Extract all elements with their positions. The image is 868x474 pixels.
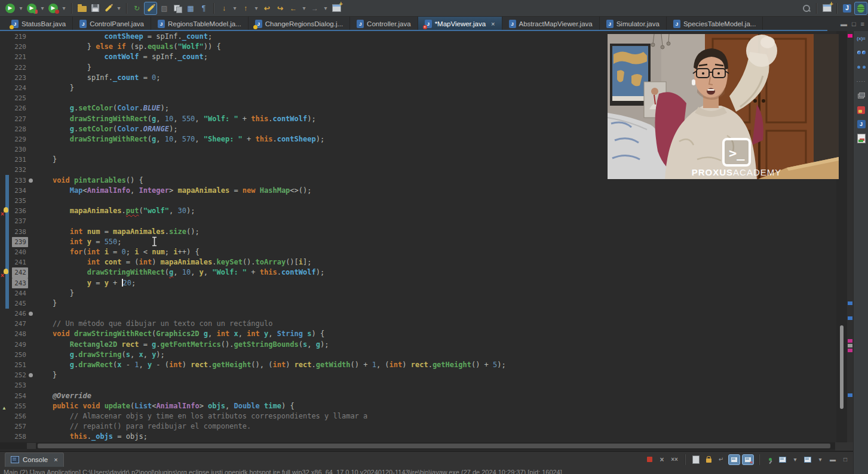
debug-shell-view-icon[interactable] xyxy=(854,103,868,117)
line-number[interactable]: 231 xyxy=(12,155,28,165)
horizontal-scrollbar-thumb[interactable] xyxy=(38,444,830,448)
line-number[interactable]: 249 xyxy=(12,340,28,350)
show-stderr-icon[interactable] xyxy=(742,454,754,465)
code-line[interactable]: 256 // Almacenar objs y time en los atri… xyxy=(0,411,836,421)
line-number[interactable]: 228 xyxy=(12,124,28,134)
code-line[interactable]: 239 int y = 550; xyxy=(0,237,836,247)
ruler-marker[interactable] xyxy=(848,301,852,305)
line-number[interactable]: 242 xyxy=(12,267,28,278)
code-line[interactable]: 257 // repaint() para redibujar el compo… xyxy=(0,421,836,432)
editor-tab[interactable]: J×*MapViewer.java× xyxy=(418,17,502,31)
line-number[interactable]: 226 xyxy=(12,103,28,113)
code-line[interactable]: ×242 drawStringWithRect(g, 10, y, "Wolf:… xyxy=(0,267,836,278)
pin-editor-icon[interactable] xyxy=(330,2,342,14)
refresh-icon[interactable]: ↻ xyxy=(131,2,143,14)
error-quickfix-icon[interactable]: × xyxy=(1,207,10,216)
console-close-icon[interactable]: × xyxy=(54,456,57,463)
mark-occurrences-icon[interactable] xyxy=(144,2,157,15)
code-line[interactable]: 238 int num = mapaAnimales.size(); xyxy=(0,227,836,237)
minimize-console-icon[interactable]: ▬ xyxy=(827,455,838,464)
code-editor[interactable]: 219 contSheep = spInf._count;220 } else … xyxy=(0,31,853,451)
ruler-marker[interactable] xyxy=(848,393,852,397)
code-line[interactable]: 244 } xyxy=(0,288,836,298)
code-line[interactable]: 246 xyxy=(0,309,836,319)
search-icon[interactable] xyxy=(800,2,812,14)
debug-dropdown-icon[interactable]: ▾ xyxy=(60,2,68,14)
line-number[interactable]: 229 xyxy=(12,134,28,144)
debug-perspective-icon[interactable] xyxy=(854,2,867,15)
open-folder-icon[interactable] xyxy=(76,2,88,14)
next-annotation-dropdown-icon[interactable]: ▾ xyxy=(231,2,238,14)
code-line[interactable]: 234 Map<AnimalInfo, Integer> mapaAnimale… xyxy=(0,186,836,196)
line-number[interactable]: 238 xyxy=(12,227,28,237)
breakpoints-view-icon[interactable] xyxy=(854,45,868,60)
line-number[interactable]: 224 xyxy=(12,83,28,93)
ruler-marker[interactable] xyxy=(848,344,852,347)
code-line[interactable]: 253 xyxy=(0,380,836,390)
horizontal-scrollbar[interactable] xyxy=(0,442,835,450)
error-quickfix-icon[interactable]: × xyxy=(1,269,10,277)
remove-launch-icon[interactable]: × xyxy=(657,455,667,464)
line-number[interactable]: 252 xyxy=(12,370,28,380)
line-number[interactable]: 254 xyxy=(12,391,28,401)
format-icon[interactable]: ▨ xyxy=(158,2,170,14)
vertical-scrollbar-thumb[interactable] xyxy=(840,325,844,409)
line-number[interactable]: 239 xyxy=(12,237,28,247)
line-number[interactable]: 240 xyxy=(12,247,28,257)
code-line[interactable]: 248 void drawStringWithRect(Graphics2D g… xyxy=(0,329,836,339)
overview-ruler[interactable] xyxy=(847,31,853,451)
line-number[interactable]: 232 xyxy=(12,165,28,175)
code-line[interactable]: 251 g.drawRect(x - 1, y - (int) rect.get… xyxy=(0,360,836,370)
cascade-windows-icon[interactable] xyxy=(854,88,868,103)
back-icon[interactable]: ← xyxy=(287,2,299,14)
show-whitespace-icon[interactable]: ¶ xyxy=(198,2,210,14)
line-number[interactable]: 230 xyxy=(12,144,28,155)
previous-annotation-icon[interactable]: ↑ xyxy=(240,2,251,14)
display-console-icon[interactable] xyxy=(777,455,788,464)
code-line[interactable]: 245 } xyxy=(0,298,836,309)
editor-tab[interactable]: JStatusBar.java xyxy=(5,17,73,31)
console-tab[interactable]: Console × xyxy=(5,453,64,467)
ruler-marker[interactable] xyxy=(848,349,852,352)
display-console-dropdown-icon[interactable]: ▾ xyxy=(790,455,800,464)
code-line[interactable]: 254 @Override xyxy=(0,391,836,401)
editor-tab[interactable]: JSpeciesTableModel.ja... xyxy=(667,17,763,31)
next-annotation-icon[interactable]: ↓ xyxy=(218,2,230,14)
line-number[interactable]: 237 xyxy=(12,216,28,226)
code-line[interactable]: 249 Rectangle2D rect = g.getFontMetrics(… xyxy=(0,340,836,350)
line-number[interactable]: 243 xyxy=(12,278,28,288)
last-edit-back-icon[interactable]: ↩ xyxy=(261,2,273,14)
remove-all-launches-icon[interactable]: ×× xyxy=(669,455,680,464)
expressions-view-icon[interactable] xyxy=(854,60,868,74)
save-icon[interactable] xyxy=(89,2,101,14)
pin-console-icon[interactable] xyxy=(765,455,775,464)
more-views-icon[interactable]: ···· xyxy=(854,74,868,88)
editor-tab[interactable]: JAbstractMapViewer.java xyxy=(502,17,600,31)
code-line[interactable]: 258 this._objs = objs; xyxy=(0,432,836,442)
java-view-icon[interactable]: J xyxy=(854,117,868,131)
scroll-lock-icon[interactable] xyxy=(703,455,714,464)
line-number[interactable]: 247 xyxy=(12,319,28,329)
line-number[interactable]: 250 xyxy=(12,350,28,360)
open-console-icon[interactable] xyxy=(802,455,813,464)
maximize-editor-icon[interactable]: □ xyxy=(852,20,856,27)
code-line[interactable]: 252 } xyxy=(0,370,836,380)
code-line[interactable]: ×236 mapaAnimales.put("wolf", 30); xyxy=(0,206,836,216)
highlighter-dropdown-icon[interactable]: ▾ xyxy=(115,2,122,14)
coverage-icon[interactable]: ▶ xyxy=(26,2,38,14)
line-number[interactable]: 258 xyxy=(12,432,28,442)
maximize-console-icon[interactable]: □ xyxy=(840,455,851,464)
editor-tab[interactable]: JController.java xyxy=(350,17,418,31)
line-number[interactable]: 227 xyxy=(12,114,28,124)
code-line[interactable]: 250 g.drawString(s, x, y); xyxy=(0,350,836,360)
line-number[interactable]: 248 xyxy=(12,329,28,339)
minimize-editor-icon[interactable]: ▬ xyxy=(841,20,847,27)
code-line[interactable]: 243 y = y + 20; xyxy=(0,278,836,288)
code-line[interactable]: 240 for(int i = 0; i < num; i++) { xyxy=(0,247,836,257)
line-number[interactable]: 234 xyxy=(12,186,28,196)
coverage-dropdown-icon[interactable]: ▾ xyxy=(39,2,46,14)
line-number[interactable]: 246 xyxy=(12,309,28,319)
line-number[interactable]: 241 xyxy=(12,257,28,267)
line-number[interactable]: 253 xyxy=(12,380,28,390)
previous-annotation-dropdown-icon[interactable]: ▾ xyxy=(253,2,260,14)
